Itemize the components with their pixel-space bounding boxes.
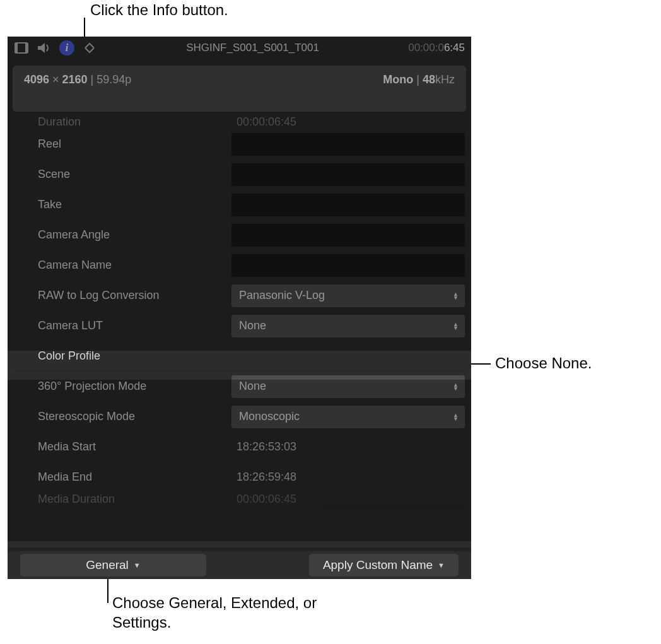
callout-info-button: Click the Info button. [90, 0, 228, 20]
row-media-start: Media Start 18:26:53:03 [14, 432, 465, 462]
inspector-toolbar: i SHGINF_S001_S001_T001 00:00:06:45 [8, 37, 471, 59]
stereoscopic-select[interactable]: Monoscopic ▲▼ [231, 406, 465, 428]
row-camera-lut: Camera LUT None ▲▼ [14, 311, 465, 341]
callout-line [107, 578, 108, 603]
value-duration: 00:00:06:45 [231, 115, 465, 129]
row-media-duration: Media Duration 00:00:06:45 [14, 493, 465, 508]
label-media-end: Media End [14, 471, 231, 484]
audio-icon[interactable] [37, 40, 52, 56]
row-scene: Scene [14, 160, 465, 190]
label-camera-name: Camera Name [14, 259, 231, 272]
row-camera-angle: Camera Angle [14, 220, 465, 250]
clip-timecode: 00:00:06:45 [408, 42, 465, 54]
camera-lut-select[interactable]: None ▲▼ [231, 315, 465, 337]
clip-name: SHGINF_S001_S001_T001 [105, 42, 401, 54]
reel-input[interactable] [231, 133, 465, 156]
metadata-view-label: General [86, 558, 129, 572]
label-scene: Scene [14, 168, 231, 181]
svg-marker-3 [38, 43, 45, 53]
projection-mode-value: None [239, 380, 266, 393]
row-color-profile: Color Profile [14, 341, 465, 372]
toolbar-icons-group: i [14, 40, 97, 56]
svg-rect-2 [25, 43, 28, 53]
row-raw-to-log: RAW to Log Conversion Panasonic V-Log ▲▼ [14, 281, 465, 311]
info-icon[interactable]: i [59, 40, 74, 56]
raw-to-log-value: Panasonic V-Log [239, 289, 325, 302]
clip-summary: 4096 × 2160 | 59.94p Mono | 48kHz [13, 66, 466, 112]
bottom-bar: General ▼ Apply Custom Name ▼ [8, 547, 471, 579]
label-projection-mode: 360° Projection Mode [14, 380, 231, 393]
row-stereoscopic: Stereoscopic Mode Monoscopic ▲▼ [14, 402, 465, 432]
apply-custom-name-button[interactable]: Apply Custom Name ▼ [309, 554, 459, 577]
svg-rect-1 [15, 43, 18, 53]
row-projection-mode: 360° Projection Mode None ▲▼ [14, 372, 465, 402]
label-color-profile: Color Profile [14, 349, 231, 363]
take-input[interactable] [231, 194, 465, 216]
apply-custom-label: Apply Custom Name [323, 558, 433, 572]
chevron-updown-icon: ▲▼ [453, 292, 459, 300]
label-reel: Reel [14, 138, 231, 151]
label-stereoscopic: Stereoscopic Mode [14, 410, 231, 423]
stereoscopic-value: Monoscopic [239, 410, 300, 423]
clip-audio: Mono | 48kHz [383, 73, 455, 86]
share-icon[interactable] [82, 40, 97, 56]
fields-list: Duration 00:00:06:45 Reel Scene Take Cam… [8, 115, 471, 547]
row-duration: Duration 00:00:06:45 [14, 115, 465, 129]
row-take: Take [14, 190, 465, 220]
label-take: Take [14, 198, 231, 211]
chevron-down-icon: ▼ [134, 561, 141, 569]
camera-angle-input[interactable] [231, 224, 465, 247]
value-media-start: 18:26:53:03 [231, 440, 465, 454]
clip-resolution: 4096 × 2160 | 59.94p [24, 73, 131, 86]
chevron-updown-icon: ▲▼ [453, 413, 459, 421]
row-camera-name: Camera Name [14, 250, 465, 281]
value-media-end: 18:26:59:48 [231, 471, 465, 484]
chevron-down-icon: ▼ [438, 561, 445, 569]
metadata-view-menu[interactable]: General ▼ [20, 554, 206, 577]
row-reel: Reel [14, 129, 465, 160]
row-media-end: Media End 18:26:59:48 [14, 462, 465, 493]
video-icon[interactable] [14, 40, 29, 56]
callout-choose-none: Choose None. [495, 353, 592, 373]
label-camera-lut: Camera LUT [14, 319, 231, 332]
label-camera-angle: Camera Angle [14, 228, 231, 242]
inspector-panel: i SHGINF_S001_S001_T001 00:00:06:45 4096… [8, 37, 471, 579]
value-media-duration: 00:00:06:45 [231, 493, 465, 506]
chevron-updown-icon: ▲▼ [453, 383, 459, 390]
chevron-updown-icon: ▲▼ [453, 322, 459, 330]
label-media-duration: Media Duration [14, 493, 231, 506]
label-raw-to-log: RAW to Log Conversion [14, 289, 231, 302]
label-media-start: Media Start [14, 440, 231, 454]
label-duration: Duration [14, 115, 231, 129]
camera-name-input[interactable] [231, 254, 465, 277]
raw-to-log-select[interactable]: Panasonic V-Log ▲▼ [231, 284, 465, 307]
scene-input[interactable] [231, 163, 465, 186]
projection-mode-select[interactable]: None ▲▼ [231, 375, 465, 398]
timecode-bright: 6:45 [444, 42, 465, 54]
callout-choose-general: Choose General, Extended, or Settings. [112, 593, 327, 632]
timecode-dim: 00:00:0 [408, 42, 444, 54]
camera-lut-value: None [239, 319, 266, 332]
